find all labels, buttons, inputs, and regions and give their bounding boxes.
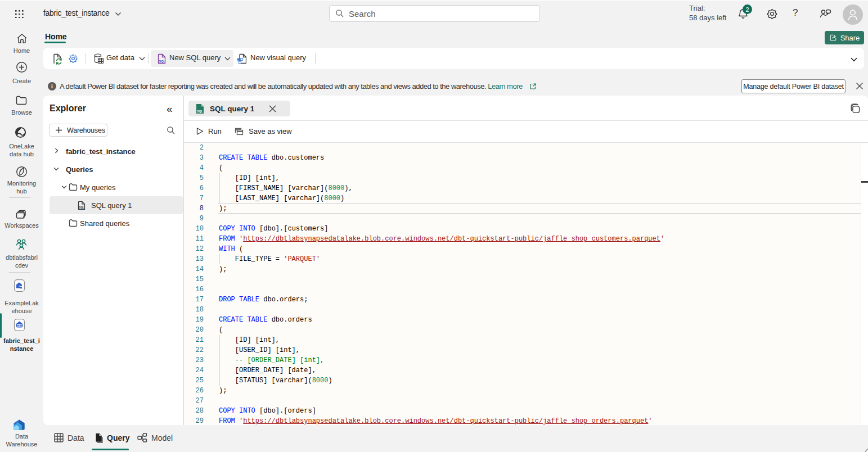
svg-text:SQL: SQL xyxy=(197,109,204,112)
svg-text:SQL: SQL xyxy=(79,206,84,209)
svg-text:SQL: SQL xyxy=(159,60,166,63)
